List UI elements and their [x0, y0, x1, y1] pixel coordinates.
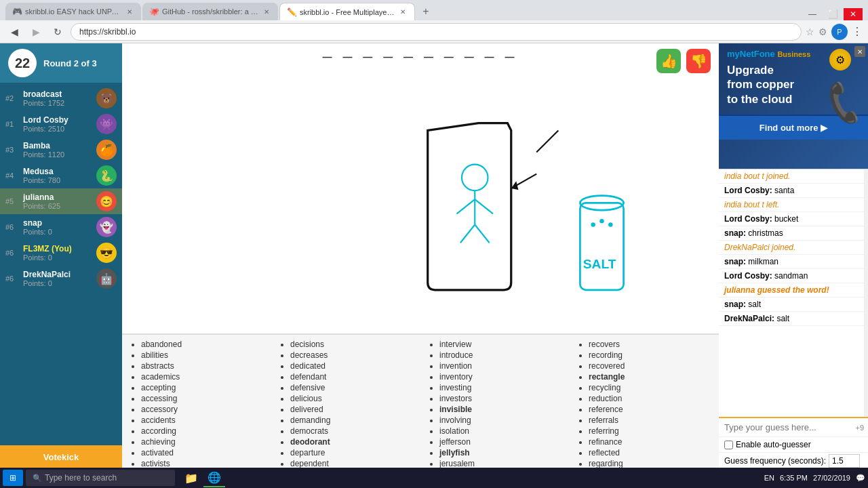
chat-msg-system: india bout t joined. [719, 169, 868, 184]
word-col-3: interview introduce invention inventory … [420, 335, 570, 469]
browser-titlebar: 🎮 skribbl.io EASY hack UNPATCH... ✕ 🐙 Gi… [0, 0, 868, 20]
player-rank: #3 [5, 146, 19, 154]
taskbar-notification[interactable]: 💬 [856, 474, 865, 483]
player-name: Medusa [23, 167, 92, 176]
player-rank: #6 [5, 249, 19, 257]
guess-freq-input[interactable] [829, 454, 860, 468]
word-item: accepting [141, 382, 263, 393]
word-item: defendant [290, 371, 412, 382]
taskbar-date: 27/02/2019 [813, 474, 850, 482]
taskbar-language: EN [764, 474, 774, 482]
avatar: 🐍 [96, 165, 117, 186]
word-item: departure [290, 447, 412, 458]
avatar: 🤖 [96, 268, 117, 289]
address-bar[interactable]: https://skribbl.io [71, 23, 802, 41]
player-points: Points: 0 [23, 228, 92, 236]
word-col-2: decisions decreases dedicated defendant … [271, 335, 420, 469]
word-item: according [141, 426, 263, 436]
player-info: julianna Points: 625 [23, 192, 92, 210]
chat-msg-system: india bout t left. [719, 198, 868, 212]
taskbar: ⊞ 🔍 Type here to search 📁 🌐 EN 6:35 PM 2… [0, 468, 868, 488]
avatar: 🍊 [96, 140, 117, 160]
player-name: snap [23, 218, 92, 228]
player-points: Points: 0 [23, 253, 92, 262]
word-item: deodorant [290, 436, 412, 447]
player-rank: #6 [5, 223, 19, 231]
player-item: #1 Lord Cosby Points: 2510 👾 [0, 111, 122, 137]
word-item: decreases [290, 350, 412, 361]
svg-line-11 [475, 225, 489, 243]
svg-point-6 [462, 165, 488, 191]
word-item: accidents [141, 415, 263, 426]
bookmark-icon[interactable]: ☆ [806, 26, 814, 37]
nav-refresh[interactable]: ↻ [49, 23, 66, 41]
guess-input[interactable] [719, 418, 851, 436]
ad-close-button[interactable]: ✕ [854, 46, 865, 57]
round-header: 22 Round 2 of 3 [0, 43, 122, 83]
tab-2[interactable]: 🐙 GitHub - rossh/skribbler: a ski... ✕ [142, 3, 278, 20]
taskbar-app-chrome[interactable]: 🌐 [203, 468, 225, 487]
new-tab-button[interactable]: + [416, 3, 435, 20]
taskbar-app-file-explorer[interactable]: 📁 [180, 468, 202, 487]
word-item: involving [439, 415, 561, 426]
chat-msg: snap: christmas [719, 226, 868, 241]
browser-toolbar: ◀ ▶ ↻ https://skribbl.io ☆ ⚙ P ⋮ [0, 20, 868, 43]
player-info: Medusa Points: 780 [23, 167, 92, 184]
svg-point-2 [591, 222, 595, 226]
tab-2-close[interactable]: ✕ [262, 7, 271, 16]
auto-guesser-label[interactable]: Enable auto-guesser [724, 440, 863, 449]
chat-msg: Lord Cosby: bucket [719, 212, 868, 226]
search-placeholder: Type here to search [45, 473, 117, 483]
player-name: Lord Cosby [23, 115, 92, 125]
tab-1-close[interactable]: ✕ [125, 7, 134, 16]
word-item: investors [439, 393, 561, 404]
tab-1-favicon: 🎮 [12, 7, 22, 16]
center-panel: — — — — — — — — — — 👍 👎 SALT [122, 43, 719, 469]
chat-msg-system: DrekNaPalci joined. [719, 241, 868, 255]
nav-back[interactable]: ◀ [5, 23, 23, 41]
window-close[interactable]: ✕ [844, 8, 863, 20]
tab-3-close[interactable]: ✕ [398, 7, 408, 17]
word-item: refinance [589, 436, 711, 447]
svg-point-4 [608, 222, 612, 226]
round-timer: 22 [8, 49, 37, 77]
window-minimize[interactable]: — [803, 8, 822, 20]
word-col-1: abandoned abilities abstracts academics … [122, 335, 271, 469]
profile-icon[interactable]: P [831, 24, 848, 40]
window-maximize[interactable]: ⬜ [823, 8, 842, 20]
tab-1[interactable]: 🎮 skribbl.io EASY hack UNPATCH... ✕ [5, 3, 141, 20]
player-name: Bamba [23, 141, 92, 150]
menu-icon[interactable]: ⋮ [852, 25, 863, 38]
start-button[interactable]: ⊞ [3, 470, 23, 486]
word-item: accessing [141, 393, 263, 404]
word-item: democrats [290, 426, 412, 436]
taskbar-tray: EN 6:35 PM 27/02/2019 💬 [764, 474, 865, 483]
word-item: referring [589, 426, 711, 436]
word-item: referrals [589, 415, 711, 426]
tab-3[interactable]: ✏️ skribbl.io - Free Multiplayer Dra... … [279, 3, 415, 20]
avatar: 👾 [96, 114, 117, 134]
word-item: demanding [290, 415, 412, 426]
search-icon: 🔍 [33, 474, 42, 483]
word-item: abilities [141, 350, 263, 361]
word-item: decisions [290, 339, 412, 350]
search-bar[interactable]: 🔍 Type here to search [26, 470, 175, 486]
extensions-icon[interactable]: ⚙ [818, 26, 827, 37]
svg-line-9 [475, 199, 493, 214]
player-rank: #2 [5, 94, 19, 102]
tab-3-favicon: ✏️ [287, 7, 297, 17]
guess-count: +9 [851, 421, 868, 434]
player-list: #2 broadcast Points: 1752 🐻 #1 Lord Cosb… [0, 83, 122, 445]
ad-container[interactable]: ✕ myNetFone Business ⚙ Upgradefrom coppe… [719, 43, 868, 169]
votekick-button[interactable]: Votekick [0, 445, 122, 469]
word-item: delicious [290, 393, 412, 404]
right-panel: ✕ myNetFone Business ⚙ Upgradefrom coppe… [719, 43, 868, 469]
player-info: Bamba Points: 1120 [23, 141, 92, 159]
player-item: #6 DrekNaPalci Points: 0 🤖 [0, 266, 122, 291]
tab-1-label: skribbl.io EASY hack UNPATCH... [25, 7, 122, 16]
nav-forward[interactable]: ▶ [27, 23, 45, 41]
svg-line-8 [457, 199, 475, 214]
auto-guesser-checkbox[interactable] [724, 441, 733, 449]
chat-messages: india bout t joined. Lord Cosby: santa i… [719, 169, 868, 417]
word-item: delivered [290, 404, 412, 415]
